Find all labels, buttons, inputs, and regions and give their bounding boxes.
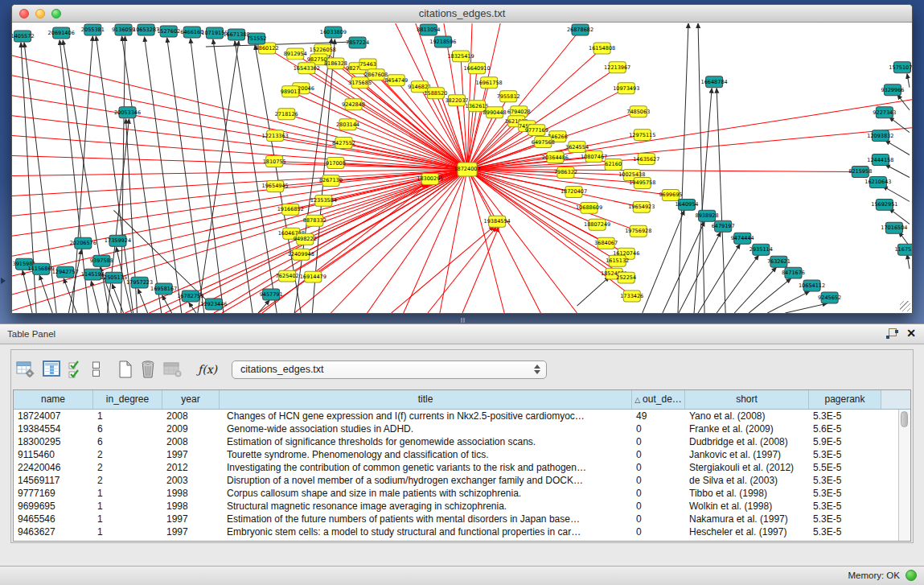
graph-node[interactable]: 16640910 [463, 63, 490, 74]
graph-node[interactable]: 15751074 [889, 62, 912, 73]
graph-node[interactable]: 1167534 [894, 244, 912, 255]
graph-node[interactable]: 8938928 [696, 210, 719, 221]
graph-node[interactable]: 9457791 [260, 289, 283, 300]
graph-node[interactable]: 3175685 [348, 77, 372, 89]
graph-node[interactable]: 1640954 [675, 199, 698, 210]
graph-node[interactable]: 18720407 [561, 186, 587, 197]
graph-node[interactable]: 26878682 [567, 24, 593, 35]
graph-node[interactable]: 2935114 [749, 244, 773, 255]
graph-node[interactable]: 16648784 [701, 76, 728, 88]
graph-node[interactable]: 7632621 [767, 256, 791, 267]
graph-node[interactable]: 17016504 [881, 222, 907, 233]
graph-node[interactable]: 6479197 [712, 220, 735, 232]
table-row[interactable]: 2242004622012Investigating the contribut… [14, 461, 910, 474]
graph-node[interactable]: 9397588 [90, 255, 113, 266]
column-header-title[interactable]: title [220, 390, 632, 409]
graph-node[interactable]: 7625402 [276, 270, 299, 282]
graph-node[interactable]: 1405572 [12, 31, 35, 42]
graph-node[interactable]: 8215958 [848, 167, 872, 178]
table-row[interactable]: 911546021997Tourette syndrome. Phenomeno… [14, 448, 910, 461]
graph-node[interactable]: 19495758 [629, 177, 655, 188]
column-visibility-icon[interactable] [43, 357, 61, 381]
graph-node[interactable]: 7857224 [346, 37, 369, 48]
graph-node[interactable]: 18300295 [417, 173, 443, 184]
graph-node[interactable]: 7485063 [626, 106, 650, 117]
table-row[interactable]: 946554611997Estimation of the future num… [14, 513, 910, 525]
graph-node[interactable]: 10807467 [581, 151, 607, 163]
graph-node[interactable]: 2718126 [275, 109, 298, 120]
graph-node[interactable]: 9777169 [525, 125, 548, 136]
column-header-year[interactable]: year [162, 390, 220, 409]
graph-node[interactable]: 16671388 [223, 29, 249, 40]
graph-node[interactable]: 12444158 [867, 154, 893, 166]
splitter-handle[interactable] [461, 318, 465, 323]
scrollbar-thumb[interactable] [901, 411, 908, 427]
graph-node[interactable]: 10688609 [576, 202, 602, 213]
table-row[interactable]: 969969511998Structural magnetic resonanc… [14, 500, 910, 513]
graph-node[interactable]: 9227343 [873, 107, 896, 118]
vertical-scrollbar[interactable] [898, 410, 910, 541]
graph-node[interactable]: 252254 [616, 272, 636, 283]
graph-node[interactable]: 16543362 [294, 63, 320, 74]
graph-node[interactable]: 9474444 [731, 233, 754, 244]
network-graph[interactable]: 1872400718300295193845548860122891295415… [12, 23, 912, 313]
graph-node[interactable]: 12213967 [604, 62, 630, 73]
graph-node[interactable]: 14635627 [633, 154, 659, 165]
graph-node[interactable]: 1733426 [620, 290, 643, 302]
graph-node[interactable]: 19756928 [625, 225, 651, 237]
graph-node[interactable]: 16961758 [476, 77, 503, 89]
graph-node[interactable]: 16033809 [320, 27, 347, 38]
graph-node[interactable]: 8454749 [384, 75, 408, 86]
column-header-out_de[interactable]: △out_de… [632, 390, 685, 409]
graph-node[interactable]: 19218596 [429, 36, 456, 47]
graph-node[interactable]: 751552 [247, 33, 267, 44]
table-row[interactable]: 1830029562008Estimation of significance … [14, 435, 910, 448]
graph-node[interactable]: 20206576 [70, 237, 97, 249]
network-window-titlebar[interactable]: citations_edges.txt [12, 5, 912, 23]
graph-node[interactable]: 20691406 [48, 27, 75, 39]
graph-node[interactable]: 19384554 [484, 216, 511, 227]
column-header-in_degree[interactable]: in_degree [93, 390, 162, 409]
graph-node[interactable]: 3624554 [565, 142, 589, 153]
graph-node[interactable]: 17957223 [126, 277, 153, 288]
graph-node[interactable]: 19166852 [277, 204, 304, 215]
graph-node[interactable]: 8813054 [417, 24, 440, 35]
graph-node[interactable]: 9699695 [659, 189, 682, 200]
select-rows-icon[interactable] [68, 357, 84, 381]
graph-node[interactable]: 8990448 [483, 107, 507, 118]
graph-node[interactable]: 75463 [359, 59, 376, 70]
graph-node[interactable]: 3684067 [594, 237, 618, 249]
graph-node[interactable]: 11156869 [28, 263, 55, 274]
column-header-short[interactable]: short [685, 390, 809, 409]
graph-node[interactable]: 6497568 [532, 137, 555, 148]
table-row[interactable]: 1872400712008Changes of HCN gene express… [14, 410, 910, 422]
graph-node[interactable]: 1810755 [263, 156, 286, 167]
graph-node[interactable]: 1615132 [606, 255, 629, 266]
graph-node[interactable]: 1527602 [157, 26, 180, 37]
column-header-pagerank[interactable]: pagerank [809, 390, 881, 409]
graph-node[interactable]: 16154808 [589, 43, 615, 54]
panel-collapse-arrow-icon[interactable] [1, 278, 6, 284]
graph-node[interactable]: 7955812 [497, 91, 520, 102]
graph-node[interactable]: 20053346 [114, 107, 141, 118]
graph-node[interactable]: 16958167 [150, 283, 177, 295]
resize-grip-icon[interactable] [900, 301, 910, 311]
graph-node[interactable]: 9498222 [294, 233, 317, 245]
graph-node[interactable]: 18724007 [454, 163, 480, 176]
column-header-name[interactable]: name [14, 390, 93, 409]
graph-node[interactable]: 16210643 [864, 176, 891, 187]
graph-node[interactable]: 7986322 [554, 167, 577, 179]
graph-node[interactable]: 12942757 [52, 266, 79, 278]
graph-node[interactable]: 8471676 [782, 267, 805, 278]
graph-node[interactable]: 12093832 [867, 130, 893, 142]
table-row[interactable]: 977716911998Corpus callosum shape and si… [14, 487, 910, 500]
network-canvas[interactable]: 1872400718300295193845548860122891295415… [12, 23, 912, 313]
graph-node[interactable]: 18807249 [584, 219, 610, 230]
function-builder-icon[interactable]: ƒ(x) [198, 363, 217, 376]
table-row[interactable]: 1456911722003Disruption of a novel membe… [14, 474, 910, 487]
graph-node[interactable]: 8267130 [319, 175, 343, 186]
graph-node[interactable]: 9136059 [112, 24, 135, 35]
graph-node[interactable]: 18325419 [447, 51, 474, 62]
graph-node[interactable]: 17359924 [105, 235, 131, 246]
graph-node[interactable]: 2055381 [81, 24, 105, 35]
